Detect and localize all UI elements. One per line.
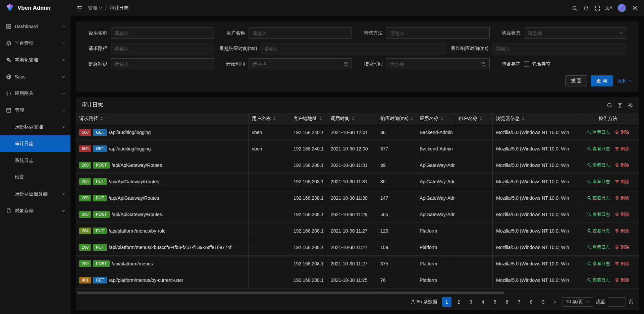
magnifier-icon [587, 229, 591, 233]
refresh-icon[interactable] [607, 103, 612, 108]
min-response-time-input[interactable] [265, 46, 442, 51]
logo[interactable]: Vben Admin [0, 0, 70, 16]
page-button-8[interactable]: 8 [527, 297, 536, 307]
column-header[interactable]: 客户端地址 [290, 113, 327, 124]
delete-button[interactable]: 删除 [615, 195, 629, 201]
table-body: 500GET/api/auditing/loggingvben192.168.2… [76, 124, 639, 289]
sidebar-item-platform-management[interactable]: 平台管理 [0, 35, 70, 52]
delete-button[interactable]: 删除 [615, 179, 629, 185]
view-log-button[interactable]: 查看日志 [587, 244, 610, 250]
gear-icon[interactable] [629, 0, 641, 16]
next-page-button[interactable] [551, 297, 559, 307]
browser-cell: Mozilla/5.0 (Windows NT 10.0; Win [493, 141, 577, 157]
sidebar-item-object-storage[interactable]: 对象存储 [0, 202, 70, 219]
sidebar-item-settings[interactable]: 设置 [0, 169, 70, 186]
sidebar-item-saas[interactable]: Saas [0, 68, 70, 85]
page-button-5[interactable]: 5 [490, 297, 500, 307]
request-method-input[interactable] [390, 30, 486, 36]
table-row[interactable]: 200PUT/api/ApiGateway/Routes192.168.208.… [76, 190, 639, 206]
header-actions: 文A [569, 0, 641, 16]
column-header[interactable]: 响应时间(ms) [377, 113, 416, 124]
status-badge: 200 [79, 260, 91, 267]
row-height-icon[interactable] [617, 103, 623, 108]
jump-page-input[interactable] [608, 297, 626, 307]
magnifier-icon [587, 212, 591, 216]
delete-button[interactable]: 删除 [615, 261, 629, 267]
delete-button[interactable]: 删除 [615, 129, 629, 135]
page-size-select[interactable]: 10 条/页 [562, 297, 593, 307]
user-name-cell [249, 256, 290, 272]
table-row[interactable]: 200POST/api/ApiGateway/Routes192.168.208… [76, 206, 639, 223]
delete-button[interactable]: 删除 [615, 244, 629, 250]
breadcrumb-parent[interactable]: 管理 [88, 5, 102, 11]
response-status-select[interactable] [524, 27, 628, 39]
client-ip-cell: 192.168.208.1 [290, 256, 327, 272]
sidebar-item-auth-server[interactable]: 身份认证服务器 [0, 186, 70, 202]
field-label: 最长响应时间(ms) [451, 46, 492, 52]
delete-button[interactable]: 删除 [615, 162, 629, 168]
max-response-time-input[interactable] [496, 46, 623, 51]
sidebar-item-audit-log[interactable]: 审计日志 [0, 135, 70, 152]
page-button-9[interactable]: 9 [539, 297, 548, 307]
table-row[interactable]: 204PUT/api/platform/menus/by-role192.168… [76, 223, 639, 239]
start-time-picker[interactable] [249, 58, 352, 69]
page-button-4[interactable]: 4 [478, 297, 488, 307]
sidebar-item-app-gateway[interactable]: 应用网关 [0, 85, 70, 102]
sidebar-item-system-log[interactable]: 系统日志 [0, 152, 70, 169]
end-time-picker[interactable] [386, 58, 490, 69]
page-button-6[interactable]: 6 [502, 297, 512, 307]
trace-id-input[interactable] [115, 61, 210, 67]
table-row[interactable]: 200POST/api/platform/menus192.168.208.12… [76, 256, 639, 272]
view-log-button[interactable]: 查看日志 [587, 162, 610, 168]
column-header[interactable]: 请求路径 [76, 113, 249, 124]
user-name-input[interactable] [253, 30, 348, 36]
app-name-input[interactable] [115, 30, 210, 36]
view-log-button[interactable]: 查看日志 [587, 146, 610, 152]
delete-button[interactable]: 删除 [615, 211, 629, 217]
page-button-1[interactable]: 1 [442, 297, 451, 307]
column-header[interactable]: 租户名称 [455, 113, 493, 124]
search-icon[interactable] [569, 0, 580, 16]
page-button-2[interactable]: 2 [454, 297, 464, 307]
sidebar-item-management[interactable]: 管理 [0, 102, 70, 119]
scrollbar-thumb[interactable] [77, 292, 504, 294]
column-settings-icon[interactable] [628, 103, 633, 108]
sidebar-item-localization-management[interactable]: 本地化管理 [0, 52, 70, 68]
view-log-button[interactable]: 查看日志 [587, 228, 610, 234]
menu-fold-icon[interactable] [74, 0, 85, 16]
fullscreen-icon[interactable] [592, 0, 603, 16]
column-header[interactable]: 应用名称 [416, 113, 455, 124]
view-log-button[interactable]: 查看日志 [587, 261, 610, 267]
user-name-cell [249, 272, 290, 289]
table-row[interactable]: 500GET/api/auditing/loggingvben192.168.2… [76, 124, 639, 141]
column-header[interactable]: 调用时间 [327, 113, 377, 124]
magnifier-icon [587, 278, 591, 282]
delete-button[interactable]: 删除 [615, 146, 629, 152]
include-exception-checkbox[interactable] [524, 61, 529, 67]
delete-button[interactable]: 删除 [615, 228, 629, 234]
page-button-3[interactable]: 3 [466, 297, 476, 307]
sidebar-item-identity-management[interactable]: 身份标识管理 [0, 119, 70, 135]
view-log-button[interactable]: 查看日志 [587, 195, 610, 201]
view-log-button[interactable]: 查看日志 [587, 277, 610, 283]
collapse-link[interactable]: 收起 [618, 78, 632, 84]
view-log-button[interactable]: 查看日志 [587, 129, 610, 135]
page-button-7[interactable]: 7 [515, 297, 524, 307]
translate-icon[interactable]: 文A [603, 0, 614, 16]
sidebar-item-dashboard[interactable]: Dashboard [0, 18, 70, 35]
query-button[interactable]: 查 询 [591, 75, 613, 86]
view-log-button[interactable]: 查看日志 [587, 211, 610, 217]
table-row[interactable]: 401GET/api/platform/menus/by-current-use… [76, 272, 639, 289]
view-log-button[interactable]: 查看日志 [587, 179, 610, 185]
column-header[interactable]: 用户名称 [249, 113, 290, 124]
reset-button[interactable]: 重 置 [565, 75, 587, 86]
table-row[interactable]: 200PUT/api/platform/menus/2b3accf8-4fb8-… [76, 239, 639, 256]
table-row[interactable]: 200POST/api/ApiGateway/Routes192.168.208… [76, 157, 639, 174]
delete-button[interactable]: 删除 [615, 277, 629, 283]
avatar[interactable] [618, 4, 626, 12]
bell-icon[interactable] [580, 0, 592, 16]
request-path-input[interactable] [115, 46, 210, 51]
table-row[interactable]: 500GET/api/auditing/loggingvben192.168.2… [76, 141, 639, 157]
table-row[interactable]: 200PUT/api/ApiGateway/Routes192.168.208.… [76, 174, 639, 190]
column-header[interactable]: 浏览器信息 [493, 113, 577, 124]
